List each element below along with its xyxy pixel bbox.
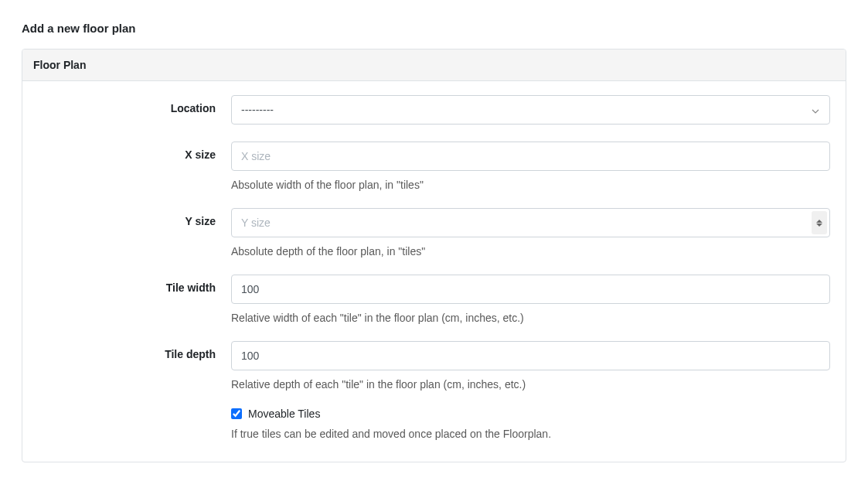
moveable-row: Moveable Tiles If true tiles can be edit…	[38, 408, 830, 440]
moveable-checkbox[interactable]	[231, 408, 242, 419]
panel-body: Location --------- X size Absolute width…	[22, 81, 846, 462]
moveable-help: If true tiles can be edited and moved on…	[231, 428, 830, 440]
xsize-input[interactable]	[231, 142, 830, 171]
tilewidth-row: Tile width Relative width of each "tile"…	[38, 275, 830, 324]
ysize-row: Y size Absolute depth of the floor plan,…	[38, 208, 830, 258]
ysize-label: Y size	[38, 208, 231, 227]
panel-header: Floor Plan	[22, 49, 846, 81]
tiledepth-label: Tile depth	[38, 341, 231, 360]
floor-plan-panel: Floor Plan Location --------- X size	[22, 49, 846, 462]
location-select[interactable]: ---------	[231, 95, 830, 125]
xsize-label: X size	[38, 142, 231, 161]
tiledepth-help: Relative depth of each "tile" in the flo…	[231, 378, 830, 391]
xsize-help: Absolute width of the floor plan, in "ti…	[231, 179, 830, 191]
page-title: Add a new floor plan	[22, 22, 846, 35]
tilewidth-help: Relative width of each "tile" in the flo…	[231, 312, 830, 324]
tiledepth-input[interactable]	[231, 341, 830, 370]
ysize-stepper[interactable]	[812, 211, 827, 234]
tilewidth-input[interactable]	[231, 275, 830, 304]
tilewidth-label: Tile width	[38, 275, 231, 294]
ysize-help: Absolute depth of the floor plan, in "ti…	[231, 245, 830, 258]
location-label: Location	[38, 95, 231, 114]
location-select-value: ---------	[241, 104, 274, 116]
location-row: Location ---------	[38, 95, 830, 125]
moveable-spacer	[38, 408, 231, 414]
arrow-down-icon	[816, 223, 822, 227]
tiledepth-row: Tile depth Relative depth of each "tile"…	[38, 341, 830, 391]
moveable-label: Moveable Tiles	[248, 408, 320, 420]
xsize-row: X size Absolute width of the floor plan,…	[38, 142, 830, 191]
ysize-input[interactable]	[231, 208, 830, 237]
arrow-up-icon	[816, 220, 822, 223]
